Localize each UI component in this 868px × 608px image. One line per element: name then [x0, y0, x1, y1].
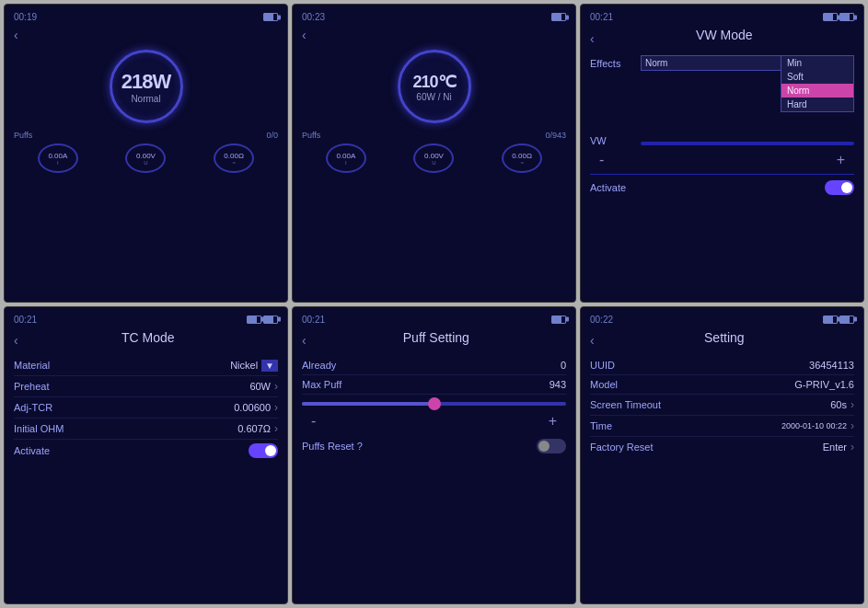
material-dropdown-arrow[interactable]: ▼ [261, 360, 278, 372]
panel6-header: 00:22 [590, 315, 854, 325]
ohm-circle: 0.00Ω = [214, 143, 254, 173]
effects-row: Effects Norm ▲ Min Soft Norm Hard [590, 55, 854, 71]
main-temp-circle: 210℃ 60W / Ni [398, 50, 471, 123]
puffs-count: 0/0 [266, 131, 278, 140]
battery-rect-2 [551, 13, 566, 21]
battery-fill-2 [552, 14, 561, 20]
puffs-label: Puffs [14, 131, 32, 140]
effect-min[interactable]: Min [781, 56, 853, 70]
setting-screen-row[interactable]: Screen Timeout 60s › [590, 395, 854, 416]
setting-uuid-row: UUID 36454113 [590, 356, 854, 375]
tc-activate-toggle[interactable] [249, 443, 278, 458]
setting-time-row[interactable]: Time 2000-01-10 00:22 › [590, 416, 854, 437]
puff-setting-title: Puff Setting [307, 330, 566, 345]
panel-puff-setting: 00:21 ‹ Puff Setting Already 0 Max Puff … [292, 306, 576, 605]
current-label: I [57, 160, 59, 166]
panel2-metrics: 0.00A I 0.00V U 0.00Ω = [302, 143, 566, 173]
tc-initialOHM-row[interactable]: Initial OHM 0.607Ω › [14, 419, 278, 440]
puff-plus[interactable]: + [549, 413, 557, 430]
tc-preheat-value: 60W › [249, 380, 278, 393]
panel1-metrics: 0.00A I 0.00V U 0.00Ω = [14, 143, 278, 173]
slider-track [302, 402, 566, 406]
battery-rect [263, 13, 278, 21]
vw-activate-label: Activate [590, 182, 626, 193]
panel2-puffs: Puffs 0/943 [302, 131, 566, 140]
setting-model-row: Model G-PRIV_v1.6 [590, 375, 854, 395]
voltage-val: 0.00V [136, 152, 156, 160]
panel5-header: 00:21 [302, 315, 566, 325]
puff-minus[interactable]: - [311, 413, 316, 430]
panel3-time: 00:21 [590, 12, 613, 22]
effects-value: Norm [645, 58, 667, 68]
vw-label-row: VW [590, 135, 854, 146]
panel1-back[interactable]: ‹ [14, 28, 18, 42]
puff-max-label: Max Puff [302, 379, 341, 390]
temp-voltage-circle: 0.00V U [413, 143, 454, 173]
model-value: G-PRIV_v1.6 [794, 379, 854, 390]
panel4-time: 00:21 [14, 315, 37, 325]
panel6-battery [823, 315, 854, 324]
temp-voltage-label: U [432, 160, 435, 166]
panel2-battery [551, 13, 566, 21]
vw-activate-toggle[interactable] [825, 180, 854, 195]
time-chevron: › [851, 419, 854, 432]
temp-current-label: I [345, 160, 347, 166]
panel2-back[interactable]: ‹ [302, 28, 307, 42]
panel5-time: 00:21 [302, 315, 325, 325]
current-circle: 0.00A I [38, 143, 78, 173]
vw-activate-row: Activate [590, 180, 854, 195]
vw-plus[interactable]: + [837, 152, 845, 168]
main-grid: 00:19 ‹ 218W Normal Puffs 0/0 0.00A I [0, 0, 868, 608]
battery-fill-6b [840, 316, 850, 323]
uuid-value: 36454113 [809, 360, 854, 371]
time-value: 2000-01-10 00:22 › [781, 419, 854, 432]
settings-title: Setting [595, 330, 854, 345]
setting-factory-row[interactable]: Factory Reset Enter › [590, 437, 854, 457]
factory-reset-chevron: › [851, 441, 854, 453]
temp-sub: 60W / Ni [416, 92, 451, 102]
tc-adjTCR-label: Adj-TCR [14, 402, 52, 413]
effect-norm[interactable]: Norm [781, 84, 853, 98]
factory-reset-label: Factory Reset [590, 442, 653, 453]
tc-adjTCR-row[interactable]: Adj-TCR 0.00600 › [14, 397, 278, 419]
battery-rect-5 [551, 315, 566, 324]
tc-initialOHM-label: Initial OHM [14, 423, 64, 434]
temp-current-circle: 0.00A I [326, 143, 366, 173]
panel2-header: 00:23 [302, 12, 566, 22]
battery-fill-6 [824, 316, 833, 323]
battery-rect-3 [823, 13, 838, 21]
slider-fill [302, 402, 434, 406]
tc-material-value[interactable]: Nickel ▼ [230, 360, 278, 372]
effect-soft[interactable]: Soft [781, 70, 853, 84]
battery-fill-3 [824, 14, 833, 20]
temp-ohm-circle: 0.00Ω = [502, 143, 542, 173]
puffs-reset-toggle[interactable] [537, 439, 566, 453]
tc-preheat-row[interactable]: Preheat 60W › [14, 376, 278, 397]
battery-fill-5 [552, 316, 561, 323]
factory-reset-value: Enter › [823, 441, 854, 453]
panel2-puffs-label: Puffs [302, 131, 320, 140]
tc-preheat-label: Preheat [14, 381, 50, 392]
vw-minus[interactable]: - [599, 152, 604, 168]
effect-hard[interactable]: Hard [781, 98, 853, 111]
vw-divider [590, 174, 854, 175]
screen-timeout-label: Screen Timeout [590, 399, 661, 410]
puff-already-value: 0 [561, 360, 566, 371]
temp-value: 210℃ [412, 72, 455, 92]
screen-timeout-chevron: › [851, 398, 854, 411]
battery-rect-4 [247, 315, 261, 324]
panel1-circle: 218W Normal [14, 50, 278, 123]
tc-material-row: Material Nickel ▼ [14, 356, 278, 376]
puff-plus-minus: - + [302, 413, 566, 430]
slider-thumb[interactable] [428, 397, 441, 410]
panel3-battery [823, 13, 854, 21]
screen-timeout-value: 60s › [830, 398, 854, 411]
puff-slider[interactable] [302, 402, 566, 406]
panel-temp-mode: 00:23 ‹ 210℃ 60W / Ni Puffs 0/943 0.00A … [292, 4, 576, 303]
puff-max-value: 943 [550, 379, 566, 390]
tc-activate-row: Activate [14, 440, 278, 462]
panel1-puffs: Puffs 0/0 [14, 131, 278, 140]
adjTCR-chevron: › [274, 401, 278, 414]
puffs-reset-label: Puffs Reset ? [302, 441, 363, 452]
panel5-battery [551, 315, 566, 324]
